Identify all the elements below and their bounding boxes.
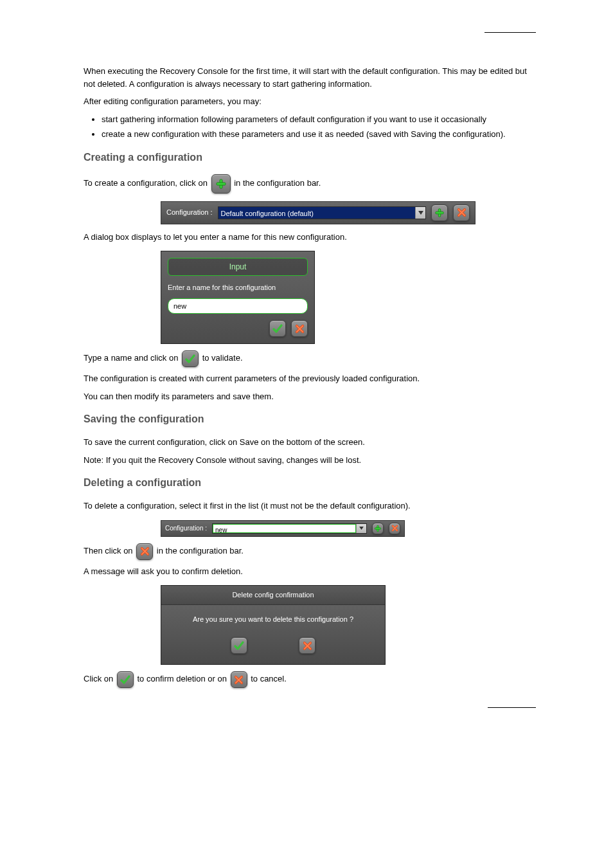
- input-dialog-title: Input: [168, 258, 308, 276]
- create-p3a: Type a name and click on: [84, 353, 181, 363]
- config-label: Configuration :: [165, 523, 207, 533]
- heading-save: Saving the configuration: [84, 411, 536, 427]
- delete-p3: A message will ask you to confirm deleti…: [84, 565, 536, 578]
- input-dialog: Input Enter a name for this configuratio…: [161, 251, 315, 344]
- config-bar-new: Configuration : new: [161, 520, 405, 537]
- heading-create: Creating a configuration: [84, 150, 536, 165]
- confirm-button[interactable]: [269, 320, 286, 337]
- intro-list: start gathering information following pa…: [84, 113, 536, 141]
- heading-delete: Deleting a configuration: [84, 475, 536, 491]
- delete-p2b: in the configuration bar.: [157, 546, 244, 556]
- create-p1b: in the configuration bar.: [234, 178, 321, 188]
- confirm-body: Are you sure you want to delete this con…: [161, 605, 385, 631]
- save-p1: To save the current configuration, click…: [84, 436, 536, 449]
- config-dropdown[interactable]: Default configuration (default): [218, 206, 426, 219]
- create-p3: Type a name and click on to validate.: [84, 350, 536, 367]
- svg-rect-3: [436, 212, 443, 214]
- config-bar-default: Configuration : Default configuration (d…: [161, 201, 475, 224]
- delete-p1: To delete a configuration, select it fir…: [84, 500, 536, 512]
- delete-config-button[interactable]: [453, 204, 470, 221]
- intro-p2: After editing configuration parameters, …: [84, 95, 536, 108]
- create-p1a: To create a configuration, click on: [84, 178, 210, 188]
- config-dropdown-value: new: [213, 524, 356, 533]
- delete-p2: Then click on in the configuration bar.: [84, 543, 536, 560]
- delete-p4a: Click on: [84, 674, 116, 683]
- header-rule: [484, 32, 536, 33]
- create-p2: A dialog box displays to let you enter a…: [84, 231, 536, 244]
- config-label: Configuration :: [166, 207, 213, 218]
- create-p3b: to validate.: [202, 353, 243, 363]
- delete-p2a: Then click on: [84, 546, 135, 556]
- svg-rect-1: [217, 183, 226, 185]
- create-p1: To create a configuration, click on in t…: [84, 174, 536, 194]
- config-name-input[interactable]: new: [168, 298, 308, 314]
- chevron-down-icon[interactable]: [356, 524, 366, 533]
- cancel-delete-button[interactable]: [299, 637, 315, 654]
- config-dropdown-value: Default configuration (default): [218, 207, 415, 219]
- delete-p4b: to confirm deletion or on: [137, 674, 229, 683]
- chevron-down-icon[interactable]: [415, 207, 425, 219]
- create-p4: The configuration is created with curren…: [84, 372, 536, 385]
- config-dropdown[interactable]: new: [212, 523, 367, 534]
- confirm-delete-button[interactable]: [231, 637, 247, 654]
- delete-confirm-dialog: Delete config confirmation Are you sure …: [161, 585, 386, 665]
- intro-list-item: create a new configuration with these pa…: [102, 128, 536, 141]
- cross-icon: [136, 543, 153, 560]
- intro-list-item: start gathering information following pa…: [102, 113, 536, 126]
- svg-rect-5: [375, 527, 380, 529]
- delete-config-button[interactable]: [389, 523, 400, 534]
- delete-p4: Click on to confirm deletion or on to ca…: [84, 671, 536, 688]
- footer-rule: [488, 707, 536, 708]
- delete-p4c: to cancel.: [251, 674, 287, 683]
- intro-p1: When executing the Recovery Console for …: [84, 65, 536, 90]
- input-dialog-prompt: Enter a name for this configuration: [168, 282, 308, 293]
- check-icon: [182, 350, 199, 367]
- check-icon: [117, 671, 134, 688]
- confirm-title: Delete config confirmation: [161, 586, 385, 605]
- add-config-button[interactable]: [431, 204, 448, 221]
- save-p2: Note: If you quit the Recovery Console w…: [84, 454, 536, 467]
- cancel-button[interactable]: [291, 320, 308, 337]
- create-p5: You can then modify its parameters and s…: [84, 390, 536, 403]
- plus-icon: [211, 174, 231, 194]
- add-config-button[interactable]: [372, 523, 384, 534]
- cross-icon: [231, 671, 247, 688]
